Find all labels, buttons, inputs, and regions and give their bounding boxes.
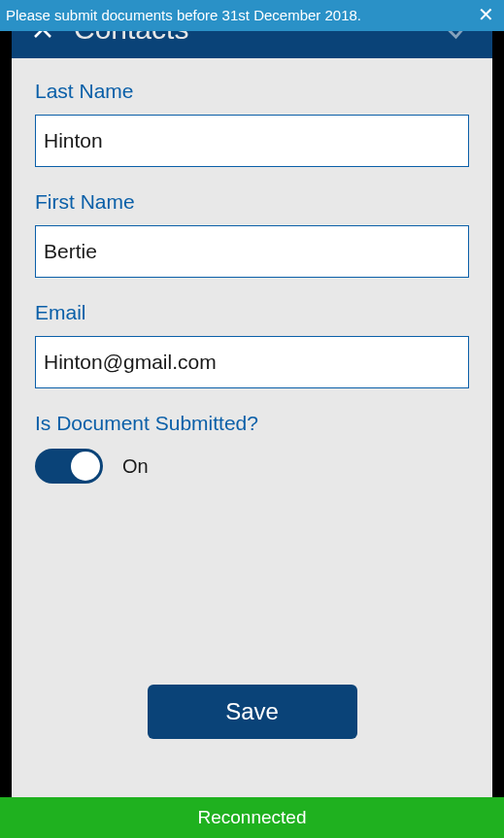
toggle-row: On: [35, 449, 469, 484]
last-name-group: Last Name: [35, 80, 469, 167]
first-name-group: First Name: [35, 190, 469, 278]
app-frame: Contacts Last Name First Name Email Is D…: [0, 0, 504, 838]
toggle-knob: [71, 452, 100, 481]
last-name-field[interactable]: [35, 115, 469, 167]
doc-submitted-group: Is Document Submitted? On: [35, 412, 469, 484]
banner-text: Please submit documents before 31st Dece…: [6, 7, 478, 23]
last-name-label: Last Name: [35, 80, 469, 103]
email-label: Email: [35, 301, 469, 324]
email-group: Email: [35, 301, 469, 388]
doc-submitted-label: Is Document Submitted?: [35, 412, 469, 435]
status-text: Reconnected: [198, 807, 307, 828]
close-icon[interactable]: ✕: [478, 5, 494, 24]
toggle-state-label: On: [122, 455, 149, 478]
save-button[interactable]: Save: [148, 685, 357, 739]
status-bar: Reconnected: [0, 797, 504, 838]
first-name-label: First Name: [35, 190, 469, 214]
first-name-field[interactable]: [35, 225, 469, 278]
notification-banner: Please submit documents before 31st Dece…: [0, 0, 504, 31]
form-content: Last Name First Name Email Is Document S…: [12, 58, 492, 797]
doc-submitted-toggle[interactable]: [35, 449, 103, 484]
email-field[interactable]: [35, 336, 469, 388]
